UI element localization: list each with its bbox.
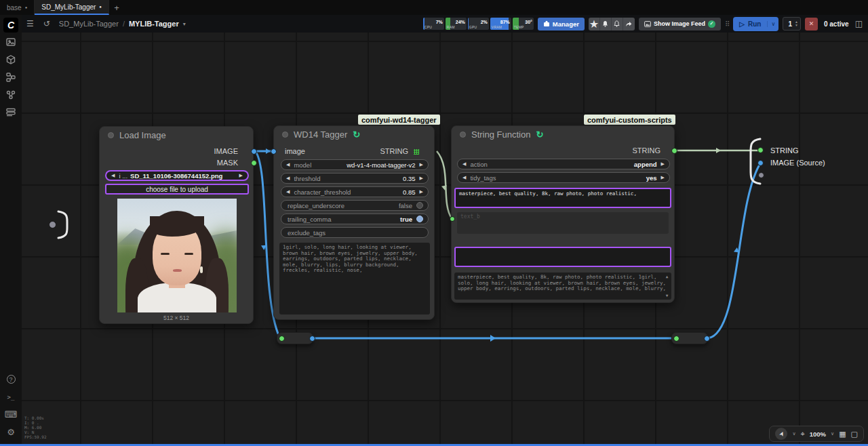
socket-sf-string-output[interactable] xyxy=(671,148,677,154)
subgraph-output-empty-socket[interactable] xyxy=(758,172,764,178)
scroll-up-icon[interactable]: ▲ xyxy=(666,274,669,280)
reroute1-output[interactable] xyxy=(309,336,315,342)
temp-monitor: TEMP 30° xyxy=(513,18,534,30)
left-sidebar: C ? >_ ⌨ ⚙ xyxy=(0,15,22,446)
node-string-function-title[interactable]: String Function ↻ xyxy=(452,126,674,142)
zoom-level-label[interactable]: 100% xyxy=(810,430,826,438)
bell-icon[interactable] xyxy=(600,18,612,31)
reroute2-input[interactable] xyxy=(673,336,679,342)
pointer-tool-caret[interactable]: ∨ xyxy=(792,431,795,437)
widget-action[interactable]: ◀ action append ▶ xyxy=(457,159,670,169)
socket-mask-output[interactable] xyxy=(251,160,257,166)
combo-prev-icon[interactable]: ◀ xyxy=(111,173,115,178)
sidebar-help-button[interactable]: ? xyxy=(0,371,22,388)
drag-handle-icon[interactable]: ⠿ xyxy=(725,20,729,28)
sidebar-queue-button[interactable] xyxy=(0,33,22,50)
new-tab-button[interactable]: + xyxy=(109,0,124,15)
image-file-combo[interactable]: ◀ i ... SD_11_10106-3086744152.png ▶ xyxy=(105,170,249,181)
pointer-tool-button[interactable]: ➤ xyxy=(775,428,787,440)
choose-file-button[interactable]: choose file to upload xyxy=(105,184,249,195)
sidebar-settings-button[interactable]: ⚙ xyxy=(0,424,22,441)
widget-tidy-tags[interactable]: ◀ tidy_tags yes ▶ xyxy=(457,172,670,183)
sidebar-model-library-button[interactable] xyxy=(0,51,22,68)
combo-prev-icon[interactable]: ◀ xyxy=(286,176,290,181)
widget-trailing-comma[interactable]: trailing_comma true xyxy=(281,214,429,224)
socket-wd14-image-input[interactable] xyxy=(271,148,277,155)
combo-next-icon[interactable]: ▶ xyxy=(420,162,423,167)
widget-model[interactable]: ◀ model wd-v1-4-moat-tagger-v2 ▶ xyxy=(281,159,429,170)
combo-prev-icon[interactable]: ◀ xyxy=(286,189,290,195)
show-image-feed-button[interactable]: Show Image Feed ✓ xyxy=(639,18,721,31)
share-arrow-icon[interactable] xyxy=(623,18,635,31)
node-title-label: Load Image xyxy=(119,130,166,140)
combo-next-icon[interactable]: ▶ xyxy=(661,161,665,167)
combo-next-icon[interactable]: ▶ xyxy=(661,175,665,180)
bell-alert-icon[interactable] xyxy=(612,18,623,31)
reroute2-output[interactable] xyxy=(704,336,710,342)
result-preview-textarea[interactable]: masterpiece, best quality, 8k, raw photo… xyxy=(454,272,671,300)
collapse-dot-icon[interactable] xyxy=(460,131,466,138)
widget-threshold[interactable]: ◀ threshold 0.35 ▶ xyxy=(281,173,429,184)
run-options-caret[interactable]: ∨ xyxy=(767,21,778,27)
toggle-on-icon[interactable] xyxy=(416,216,423,222)
widget-name: character_threshold xyxy=(294,188,351,196)
subgraph-output-string-socket[interactable] xyxy=(757,147,764,153)
node-load-image-title[interactable]: Load Image xyxy=(100,127,253,143)
combo-next-icon[interactable]: ▶ xyxy=(239,173,243,178)
combo-prev-icon[interactable]: ◀ xyxy=(462,161,466,167)
node-wd14-title[interactable]: WD14 Tagger ↻ xyxy=(274,126,434,142)
zoom-caret[interactable]: ∨ xyxy=(831,431,834,437)
breadcrumb-current[interactable]: MYLIB-Tagger xyxy=(129,20,179,28)
stepper-down-icon[interactable]: ▼ xyxy=(795,24,798,27)
node-string-function[interactable]: String Function ↻ STRING ◀ action append… xyxy=(451,125,675,303)
combo-prev-icon[interactable]: ◀ xyxy=(286,162,290,167)
subgraph-input-empty-socket[interactable] xyxy=(49,221,56,228)
scroll-down-icon[interactable]: ▼ xyxy=(666,293,669,299)
chevron-down-icon[interactable]: ▾ xyxy=(183,21,186,27)
batch-count-steppers[interactable]: ▲ ▼ xyxy=(795,20,798,27)
sidebar-node-library-button[interactable] xyxy=(0,68,22,85)
star-icon[interactable]: ★ xyxy=(589,18,600,31)
tab-base[interactable]: base ● xyxy=(0,0,35,15)
puzzle-icon xyxy=(543,20,550,27)
subgraph-output-image-socket[interactable] xyxy=(757,160,764,166)
collapse-dot-icon[interactable] xyxy=(108,132,114,138)
side-panel-toggle-icon[interactable]: ◫ xyxy=(855,19,863,28)
text-a-textarea[interactable]: masterpiece, best quality, 8k, raw photo… xyxy=(454,188,671,208)
reroute1-input[interactable] xyxy=(279,336,285,342)
image-preview[interactable] xyxy=(117,199,237,312)
widget-character-threshold[interactable]: ◀ character_threshold 0.85 ▶ xyxy=(281,186,429,197)
run-button[interactable]: ▷ Run xyxy=(733,20,767,28)
combo-prev-icon[interactable]: ◀ xyxy=(462,175,466,180)
fit-view-icon[interactable]: ⌖ xyxy=(801,430,805,439)
socket-image-output[interactable] xyxy=(251,148,257,155)
combo-next-icon[interactable]: ▶ xyxy=(420,176,423,181)
node-wd14-tagger[interactable]: WD14 Tagger ↻ image STRING ◀ model wd-v1… xyxy=(273,125,435,320)
socket-textb-input[interactable] xyxy=(450,216,455,222)
undo-icon[interactable]: ↺ xyxy=(39,19,55,28)
widget-exclude-tags[interactable]: exclude_tags xyxy=(281,227,429,238)
text-c-textarea[interactable] xyxy=(454,247,671,267)
widget-replace-underscore[interactable]: replace_underscore false xyxy=(281,200,429,211)
tab-sd-mylib-tagger[interactable]: SD_MyLib-Tagger ● xyxy=(35,0,109,15)
menu-icon[interactable]: ☰ xyxy=(22,19,39,28)
sidebar-workflows-button[interactable] xyxy=(0,86,22,103)
sidebar-terminal-button[interactable]: >_ xyxy=(0,388,22,405)
manager-button[interactable]: Manager xyxy=(538,18,585,31)
tags-output-textarea[interactable]: 1girl, solo, long hair, looking at viewe… xyxy=(279,243,430,315)
comfyui-logo[interactable]: C xyxy=(3,18,18,33)
batch-count-input[interactable]: 1 ▲ ▼ xyxy=(783,17,801,31)
canvas-stats: T: 0.00s I: 0 . M: 6.00 V: N FPS:59.92 xyxy=(24,415,47,439)
expand-icon[interactable]: ▢ xyxy=(851,430,858,439)
sidebar-shortcuts-button[interactable]: ⌨ xyxy=(0,406,22,423)
toggle-off-icon[interactable] xyxy=(416,202,423,209)
combo-next-icon[interactable]: ▶ xyxy=(420,189,423,195)
node-load-image[interactable]: Load Image IMAGE MASK ◀ i ... SD_11_1010… xyxy=(99,126,254,324)
stat-line: M: 6.00 xyxy=(24,425,47,430)
minimap-icon[interactable]: ▦ xyxy=(839,430,846,439)
collapse-dot-icon[interactable] xyxy=(282,131,288,138)
cancel-run-button[interactable]: ✕ xyxy=(805,18,818,31)
breadcrumb-parent[interactable]: SD_MyLib-Tagger xyxy=(59,20,119,28)
sidebar-templates-button[interactable] xyxy=(0,104,22,121)
scrollbar[interactable]: ▲ ▼ xyxy=(664,274,670,298)
